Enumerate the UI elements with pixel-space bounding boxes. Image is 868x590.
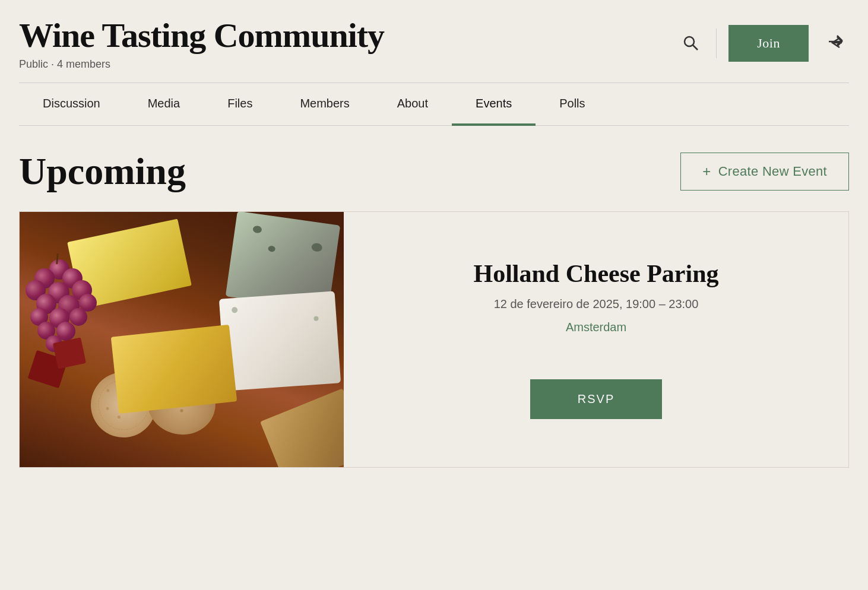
header-left: Wine Tasting Community Public · 4 member…: [19, 17, 384, 71]
header-divider: [716, 28, 717, 58]
join-button[interactable]: Join: [728, 25, 809, 62]
rsvp-button[interactable]: RSVP: [530, 379, 662, 419]
nav-item-members[interactable]: Members: [276, 84, 373, 126]
svg-line-1: [693, 45, 698, 50]
event-info: Holland Cheese Paring 12 de fevereiro de…: [344, 212, 848, 467]
share-icon: [825, 33, 844, 52]
event-datetime: 12 de fevereiro de 2025, 19:00 – 23:00: [494, 297, 699, 311]
share-button[interactable]: [821, 28, 849, 59]
nav-item-events[interactable]: Events: [452, 84, 536, 126]
upcoming-heading: Upcoming: [19, 150, 186, 194]
event-image: [20, 212, 344, 467]
main-content: Upcoming + Create New Event: [0, 126, 868, 491]
section-header: Upcoming + Create New Event: [19, 150, 849, 194]
community-meta: Public · 4 members: [19, 58, 384, 71]
nav-item-about[interactable]: About: [373, 84, 452, 126]
search-icon: [682, 34, 699, 52]
event-title: Holland Cheese Paring: [473, 259, 718, 288]
event-card: Holland Cheese Paring 12 de fevereiro de…: [19, 211, 849, 468]
event-location: Amsterdam: [566, 321, 626, 334]
search-button[interactable]: [677, 29, 704, 58]
navigation: Discussion Media Files Members About Eve…: [0, 83, 868, 125]
plus-icon: +: [702, 164, 711, 179]
nav-item-polls[interactable]: Polls: [536, 84, 609, 126]
event-image-container: [20, 212, 344, 467]
create-event-button[interactable]: + Create New Event: [680, 153, 849, 191]
nav-item-discussion[interactable]: Discussion: [19, 84, 124, 126]
community-title: Wine Tasting Community: [19, 17, 384, 55]
header-right: Join: [677, 25, 849, 62]
nav-item-files[interactable]: Files: [204, 84, 276, 126]
svg-point-0: [685, 37, 694, 46]
header: Wine Tasting Community Public · 4 member…: [0, 0, 868, 83]
nav-item-media[interactable]: Media: [124, 84, 204, 126]
create-event-label: Create New Event: [718, 164, 827, 179]
